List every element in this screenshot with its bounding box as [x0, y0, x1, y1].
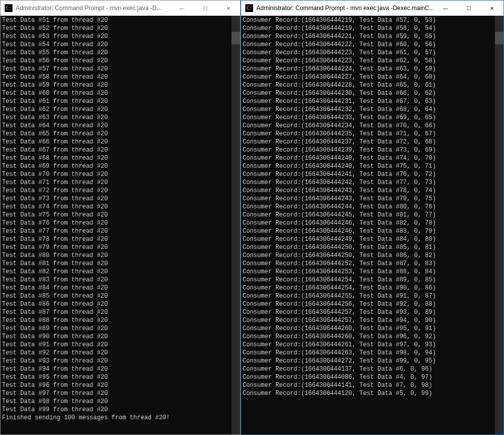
output-line: Consumer Record:(1664306444263, Test Dat… — [243, 349, 493, 357]
output-line: Consumer Record:(1664306444272, Test Dat… — [243, 357, 493, 365]
output-line: Test Data #52 from thread #20 — [2, 24, 230, 32]
output-line: Consumer Record:(1664306444245, Test Dat… — [243, 211, 493, 219]
output-line: Test Data #64 from thread #20 — [2, 122, 230, 130]
svg-text:C:\: C:\ — [6, 6, 12, 11]
output-line: Consumer Record:(1664306444232, Test Dat… — [243, 105, 493, 114]
svg-text:C:\: C:\ — [247, 6, 252, 11]
scrollbar[interactable] — [495, 16, 503, 434]
output-line: Test Data #62 from thread #20 — [2, 105, 230, 114]
output-line: Test Data #83 from thread #20 — [2, 276, 230, 284]
output-line: Test Data #93 from thread #20 — [2, 357, 230, 365]
output-line: Test Data #87 from thread #20 — [2, 308, 230, 316]
output-line: Test Data #91 from thread #20 — [2, 341, 230, 349]
output-line: Consumer Record:(1664306444240, Test Dat… — [243, 154, 493, 162]
output-line: Test Data #81 from thread #20 — [2, 260, 230, 268]
titlebar[interactable]: C:\ Administrator: Command Prompt - mvn … — [241, 1, 503, 16]
output-line: Finished sending 100 messages from threa… — [2, 414, 230, 422]
output-line: Consumer Record:(1664306444224, Test Dat… — [243, 65, 493, 73]
output-line: Test Data #92 from thread #20 — [2, 349, 230, 357]
output-line: Consumer Record:(1664306444137, Test Dat… — [243, 365, 493, 373]
output-line: Test Data #73 from thread #20 — [2, 195, 230, 203]
cmd-icon: C:\ — [5, 4, 13, 12]
terminal-output[interactable]: Test Data #51 from thread #20Test Data #… — [1, 16, 231, 434]
output-line: Test Data #68 from thread #20 — [2, 154, 230, 162]
output-line: Consumer Record:(1664306444222, Test Dat… — [243, 41, 493, 49]
terminal-area: Test Data #51 from thread #20Test Data #… — [1, 16, 240, 434]
output-line: Consumer Record:(1664306444254, Test Dat… — [243, 284, 493, 292]
output-line: Test Data #99 from thread #20 — [2, 406, 230, 414]
cmd-icon: C:\ — [245, 4, 253, 12]
window-controls: — ☐ ✕ — [434, 1, 503, 16]
output-line: Test Data #72 from thread #20 — [2, 187, 230, 195]
output-line: Consumer Record:(1664306444243, Test Dat… — [243, 187, 493, 195]
minimize-button[interactable]: — — [434, 1, 457, 16]
output-line: Consumer Record:(1664306444260, Test Dat… — [243, 333, 493, 341]
output-line: Test Data #80 from thread #20 — [2, 251, 230, 260]
maximize-button[interactable]: ☐ — [193, 1, 217, 16]
output-line: Consumer Record:(1664306444255, Test Dat… — [243, 292, 493, 300]
cmd-window-consumer: C:\ Administrator: Command Prompt - mvn … — [241, 0, 504, 435]
output-line: Test Data #98 from thread #20 — [2, 397, 230, 406]
output-line: Test Data #76 from thread #20 — [2, 219, 230, 227]
output-line: Consumer Record:(1664306444086, Test Dat… — [243, 373, 493, 381]
output-line: Consumer Record:(1664306444244, Test Dat… — [243, 203, 493, 211]
output-line: Test Data #67 from thread #20 — [2, 146, 230, 154]
output-line: Consumer Record:(1664306444246, Test Dat… — [243, 219, 493, 227]
output-line: Consumer Record:(1664306444250, Test Dat… — [243, 251, 493, 260]
output-line: Consumer Record:(1664306444257, Test Dat… — [243, 308, 493, 316]
output-line: Test Data #51 from thread #20 — [2, 16, 230, 24]
maximize-button[interactable]: ☐ — [457, 1, 480, 16]
output-line: Consumer Record:(1664306444219, Test Dat… — [243, 24, 493, 32]
terminal-area: Consumer Record:(1664306444219, Test Dat… — [241, 16, 503, 434]
output-line: Consumer Record:(1664306444260, Test Dat… — [243, 324, 493, 333]
minimize-button[interactable]: — — [170, 1, 193, 16]
output-line: Test Data #56 from thread #20 — [2, 57, 230, 65]
output-line: Test Data #58 from thread #20 — [2, 73, 230, 81]
scrollbar-thumb[interactable] — [495, 32, 503, 44]
output-line: Consumer Record:(1664306444256, Test Dat… — [243, 300, 493, 308]
output-line: Consumer Record:(1664306444257, Test Dat… — [243, 316, 493, 324]
scrollbar[interactable] — [231, 16, 240, 434]
output-line: Consumer Record:(1664306444246, Test Dat… — [243, 227, 493, 235]
output-line: Test Data #75 from thread #20 — [2, 211, 230, 219]
output-line: Test Data #94 from thread #20 — [2, 365, 230, 373]
output-line: Test Data #88 from thread #20 — [2, 316, 230, 324]
output-line: Consumer Record:(1664306444261, Test Dat… — [243, 341, 493, 349]
output-line: Test Data #97 from thread #20 — [2, 389, 230, 397]
output-line: Test Data #77 from thread #20 — [2, 227, 230, 235]
output-line: Consumer Record:(1664306444120, Test Dat… — [243, 389, 493, 397]
output-line: Consumer Record:(1664306444243, Test Dat… — [243, 195, 493, 203]
output-line: Consumer Record:(1664306444233, Test Dat… — [243, 114, 493, 122]
output-line: Test Data #55 from thread #20 — [2, 49, 230, 57]
output-line: Consumer Record:(1664306444249, Test Dat… — [243, 235, 493, 243]
close-button[interactable]: ✕ — [480, 1, 503, 16]
window-title: Administrator: Command Prompt - mvn exec… — [16, 5, 170, 12]
titlebar[interactable]: C:\ Administrator: Command Prompt - mvn … — [1, 1, 240, 16]
output-line: Consumer Record:(1664306444230, Test Dat… — [243, 89, 493, 97]
output-line: Test Data #53 from thread #20 — [2, 32, 230, 41]
window-controls: — ☐ ✕ — [170, 1, 240, 16]
close-button[interactable]: ✕ — [217, 1, 240, 16]
output-line: Test Data #69 from thread #20 — [2, 162, 230, 170]
output-line: Consumer Record:(1664306444252, Test Dat… — [243, 260, 493, 268]
terminal-output[interactable]: Consumer Record:(1664306444219, Test Dat… — [241, 16, 495, 434]
output-line: Consumer Record:(1664306444241, Test Dat… — [243, 170, 493, 178]
output-line: Test Data #63 from thread #20 — [2, 114, 230, 122]
output-line: Test Data #90 from thread #20 — [2, 333, 230, 341]
output-line: Test Data #71 from thread #20 — [2, 178, 230, 187]
output-line: Test Data #79 from thread #20 — [2, 243, 230, 251]
output-line: Consumer Record:(1664306444223, Test Dat… — [243, 49, 493, 57]
output-line: Consumer Record:(1664306444231, Test Dat… — [243, 97, 493, 105]
output-line: Test Data #59 from thread #20 — [2, 81, 230, 89]
output-line: Consumer Record:(1664306444141, Test Dat… — [243, 381, 493, 389]
output-line: Consumer Record:(1664306444242, Test Dat… — [243, 178, 493, 187]
output-line: Consumer Record:(1664306444234, Test Dat… — [243, 122, 493, 130]
output-line: Test Data #96 from thread #20 — [2, 381, 230, 389]
output-line: Test Data #95 from thread #20 — [2, 373, 230, 381]
output-line: Test Data #82 from thread #20 — [2, 268, 230, 276]
output-line: Consumer Record:(1664306444223, Test Dat… — [243, 57, 493, 65]
output-line: Test Data #65 from thread #20 — [2, 130, 230, 138]
output-line: Test Data #78 from thread #20 — [2, 235, 230, 243]
scrollbar-thumb[interactable] — [231, 32, 240, 44]
output-line: Consumer Record:(1664306444235, Test Dat… — [243, 130, 493, 138]
